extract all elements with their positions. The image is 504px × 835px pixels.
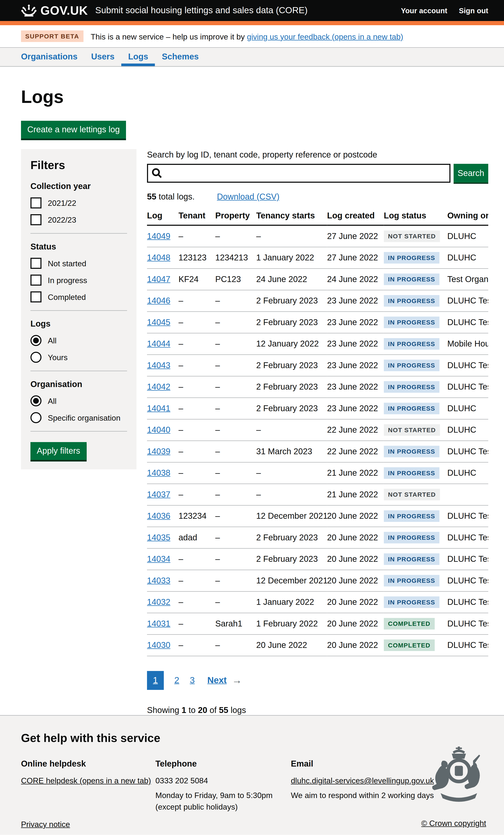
telephone-heading: Telephone [155, 758, 291, 770]
log-link[interactable]: 14033 [147, 576, 170, 585]
checkbox-control[interactable] [31, 258, 42, 269]
radio-option-specific-organisation[interactable]: Specific organisation [31, 412, 127, 423]
showing-to-word: to [188, 706, 196, 715]
cell-property: 1234213 [215, 247, 256, 269]
cell-tenancy-starts: – [256, 225, 327, 247]
log-link[interactable]: 14031 [147, 619, 170, 628]
pagination-page-2[interactable]: 2 [174, 675, 179, 686]
status-badge: NOT STARTED [384, 424, 440, 436]
log-link[interactable]: 14040 [147, 425, 170, 434]
cell-log: 14047 [147, 269, 179, 290]
table-row: 14033––12 December 202120 June 2022IN PR… [147, 570, 488, 592]
cell-property: – [215, 398, 256, 420]
log-link[interactable]: 14045 [147, 318, 170, 327]
log-link[interactable]: 14030 [147, 640, 170, 650]
sign-out-link[interactable]: Sign out [459, 6, 488, 15]
log-link[interactable]: 14039 [147, 447, 170, 456]
pagination-page-3[interactable]: 3 [190, 675, 195, 686]
search-button[interactable]: Search [453, 164, 488, 183]
cell-owning-organisation: DLUHC Test [447, 591, 488, 613]
service-name-link[interactable]: Submit social housing lettings and sales… [95, 5, 308, 16]
log-link[interactable]: 14037 [147, 490, 170, 499]
cell-owning-organisation: DLUHC Test [447, 548, 488, 570]
checkbox-control[interactable] [31, 198, 42, 208]
log-link[interactable]: 14036 [147, 511, 170, 521]
log-link[interactable]: 14047 [147, 275, 170, 284]
search-icon [151, 168, 163, 181]
radio-control[interactable] [31, 412, 42, 423]
filters-divider [31, 310, 127, 311]
cell-property: – [215, 548, 256, 570]
log-link[interactable]: 14041 [147, 404, 170, 413]
cell-log-status: COMPLETED [384, 634, 447, 656]
pagination-next-link[interactable]: Next [207, 675, 227, 686]
log-link[interactable]: 14043 [147, 361, 170, 370]
option-label: All [48, 396, 57, 406]
cell-tenant: adad [179, 527, 215, 549]
radio-control[interactable] [31, 395, 42, 407]
govuk-home-link[interactable]: GOV.UK [21, 3, 88, 18]
filter-group-label-collection-year: Collection year [31, 182, 127, 191]
privacy-notice-link[interactable]: Privacy notice [21, 820, 70, 829]
email-link[interactable]: dluhc.digital-services@levellingup.gov.u… [291, 776, 434, 785]
cell-tenant: – [179, 225, 215, 247]
table-row: 1404812312312342131 January 202227 June … [147, 247, 488, 269]
log-link[interactable]: 14048 [147, 253, 170, 262]
cell-log-created: 20 June 2022 [327, 613, 384, 635]
table-row: 14032––1 January 202220 June 2022IN PROG… [147, 591, 488, 613]
cell-log: 14048 [147, 247, 179, 269]
cell-log-status: IN PROGRESS [384, 355, 447, 376]
nav-tab-logs[interactable]: Logs [121, 48, 155, 66]
total-label: total logs. [156, 192, 195, 201]
log-link[interactable]: 14049 [147, 232, 170, 241]
checkbox-control[interactable] [31, 275, 42, 286]
checkbox-option-2022-23[interactable]: 2022/23 [31, 214, 127, 225]
nav-tab-organisations[interactable]: Organisations [14, 48, 84, 66]
log-link[interactable]: 14032 [147, 597, 170, 607]
radio-control[interactable] [31, 335, 42, 346]
checkbox-control[interactable] [31, 291, 42, 303]
log-link[interactable]: 14034 [147, 554, 170, 564]
checkbox-option-completed[interactable]: Completed [31, 291, 127, 303]
filter-group-label-organisation: Organisation [31, 380, 127, 389]
log-link[interactable]: 14035 [147, 533, 170, 542]
cell-tenancy-starts: 2 February 2023 [256, 527, 327, 549]
log-link[interactable]: 14042 [147, 382, 170, 391]
option-label: Yours [48, 353, 68, 362]
cell-tenancy-starts: 2 February 2023 [256, 355, 327, 376]
radio-option-all[interactable]: All [31, 335, 127, 346]
log-link[interactable]: 14044 [147, 339, 170, 348]
radio-option-all[interactable]: All [31, 395, 127, 407]
cell-log: 14046 [147, 290, 179, 312]
nav-tab-users[interactable]: Users [84, 48, 121, 66]
radio-option-yours[interactable]: Yours [31, 352, 127, 363]
cell-log-status: IN PROGRESS [384, 527, 447, 549]
create-lettings-log-button[interactable]: Create a new lettings log [21, 121, 126, 139]
cell-owning-organisation: DLUHC Test [447, 634, 488, 656]
cell-tenant: – [179, 634, 215, 656]
nav-tab-schemes[interactable]: Schemes [155, 48, 206, 66]
log-link[interactable]: 14038 [147, 468, 170, 477]
pagination-page-current[interactable]: 1 [147, 671, 164, 690]
search-input[interactable] [147, 164, 450, 183]
option-label: Not started [48, 259, 86, 268]
log-link[interactable]: 14046 [147, 296, 170, 305]
feedback-link[interactable]: giving us your feedback (opens in a new … [247, 32, 403, 41]
core-helpdesk-link[interactable]: CORE helpdesk (opens in a new tab) [21, 776, 151, 785]
status-badge: COMPLETED [384, 618, 435, 630]
cell-log-created: 27 June 2022 [327, 225, 384, 247]
cell-owning-organisation: Mobile Hous [447, 333, 488, 355]
apply-filters-button[interactable]: Apply filters [31, 442, 86, 460]
checkbox-option-in-progress[interactable]: In progress [31, 275, 127, 286]
cell-tenancy-starts: 1 January 2022 [256, 591, 327, 613]
cell-log-created: 20 June 2022 [327, 570, 384, 592]
download-csv-link[interactable]: Download (CSV) [217, 192, 280, 201]
checkbox-control[interactable] [31, 214, 42, 225]
checkbox-option-not-started[interactable]: Not started [31, 258, 127, 269]
crown-copyright-link[interactable]: © Crown copyright [421, 819, 486, 828]
checkbox-option-2021-22[interactable]: 2021/22 [31, 198, 127, 208]
your-account-link[interactable]: Your account [401, 6, 447, 15]
radio-control[interactable] [31, 352, 42, 363]
cell-owning-organisation: DLUHC Test [447, 570, 488, 592]
cell-log-created: 20 June 2022 [327, 505, 384, 527]
